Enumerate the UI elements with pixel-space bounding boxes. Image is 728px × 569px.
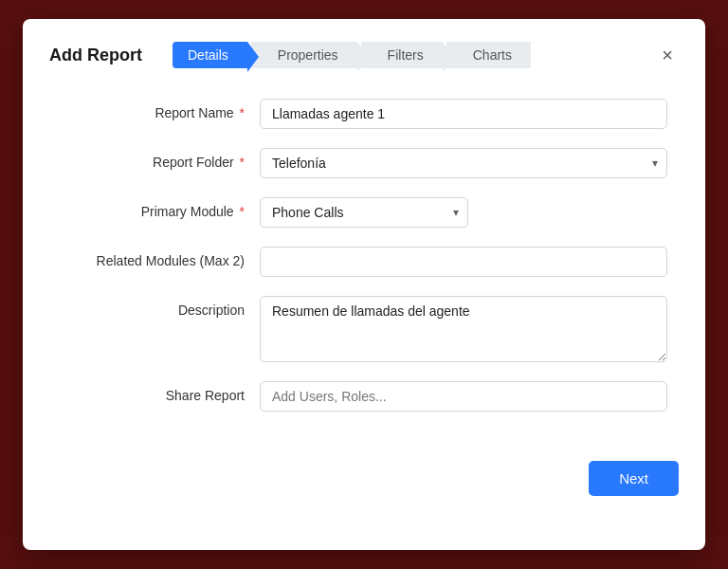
modal-header: Add Report Details Properties Filters Ch… <box>49 42 679 68</box>
report-folder-select[interactable]: Telefonía Sales Marketing <box>260 148 667 178</box>
modal-overlay: Add Report Details Properties Filters Ch… <box>0 0 728 569</box>
share-report-row: Share Report <box>61 381 667 412</box>
related-modules-label: Related Modules (Max 2) <box>61 247 260 268</box>
wizard-step-details-label: Details <box>188 47 228 63</box>
add-report-modal: Add Report Details Properties Filters Ch… <box>23 19 705 550</box>
report-name-row: Report Name * <box>61 99 667 129</box>
wizard-step-properties-label: Properties <box>278 47 338 63</box>
next-button[interactable]: Next <box>589 461 679 496</box>
share-report-input[interactable] <box>260 381 667 412</box>
report-name-label: Report Name * <box>61 99 260 120</box>
description-textarea[interactable]: Resumen de llamadas del agente <box>260 296 667 362</box>
related-modules-row: Related Modules (Max 2) <box>61 247 667 277</box>
modal-title: Add Report <box>49 46 142 65</box>
wizard-step-charts[interactable]: Charts <box>446 42 531 68</box>
wizard-steps: Details Properties Filters Charts <box>173 42 531 68</box>
wizard-step-charts-label: Charts <box>473 47 512 63</box>
wizard-step-properties[interactable]: Properties <box>251 42 357 68</box>
report-name-input[interactable] <box>260 99 667 129</box>
report-folder-label: Report Folder * <box>61 148 260 170</box>
report-folder-row: Report Folder * Telefonía Sales Marketin… <box>61 148 667 178</box>
form-body: Report Name * Report Folder * Telefonía … <box>49 99 679 412</box>
wizard-step-details[interactable]: Details <box>173 42 247 68</box>
primary-module-select[interactable]: Phone Calls Accounts Contacts Leads <box>260 197 468 228</box>
primary-module-row: Primary Module * Phone Calls Accounts Co… <box>61 197 667 228</box>
description-label: Description <box>61 296 260 318</box>
wizard-step-filters-label: Filters <box>388 47 424 63</box>
report-name-required: * <box>240 105 245 120</box>
primary-module-select-wrapper: Phone Calls Accounts Contacts Leads ▾ <box>260 197 468 228</box>
primary-module-required: * <box>240 204 245 219</box>
modal-footer: Next <box>49 446 679 496</box>
related-modules-input[interactable] <box>260 247 667 277</box>
report-folder-required: * <box>240 155 245 170</box>
description-row: Description Resumen de llamadas del agen… <box>61 296 667 362</box>
share-report-label: Share Report <box>61 381 260 403</box>
wizard-step-filters[interactable]: Filters <box>361 42 443 68</box>
primary-module-label: Primary Module * <box>61 197 260 219</box>
close-button[interactable]: × <box>656 44 679 66</box>
report-folder-select-wrapper: Telefonía Sales Marketing ▾ <box>260 148 667 178</box>
